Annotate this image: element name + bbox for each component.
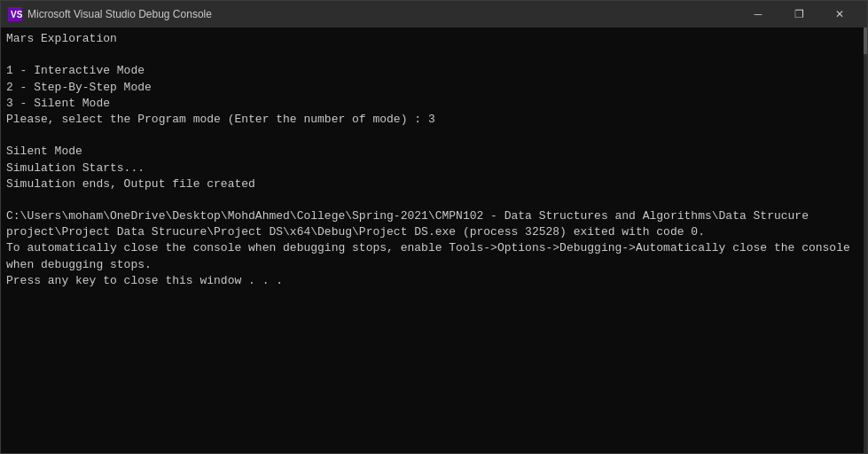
- console-body: Mars Exploration 1 - Interactive Mode 2 …: [1, 27, 867, 453]
- app-icon: VS: [8, 7, 22, 21]
- close-button[interactable]: ✕: [819, 1, 860, 27]
- minimize-button[interactable]: ─: [738, 1, 778, 27]
- svg-text:VS: VS: [11, 10, 22, 20]
- app-window: VS Microsoft Visual Studio Debug Console…: [0, 0, 868, 454]
- scrollbar-thumb[interactable]: [864, 27, 867, 54]
- maximize-button[interactable]: ❐: [778, 1, 819, 27]
- window-controls: ─ ❐ ✕: [738, 1, 860, 27]
- title-bar: VS Microsoft Visual Studio Debug Console…: [1, 1, 867, 27]
- window-title: Microsoft Visual Studio Debug Console: [27, 8, 738, 20]
- console-output: Mars Exploration 1 - Interactive Mode 2 …: [6, 31, 862, 289]
- scrollbar[interactable]: [864, 27, 867, 453]
